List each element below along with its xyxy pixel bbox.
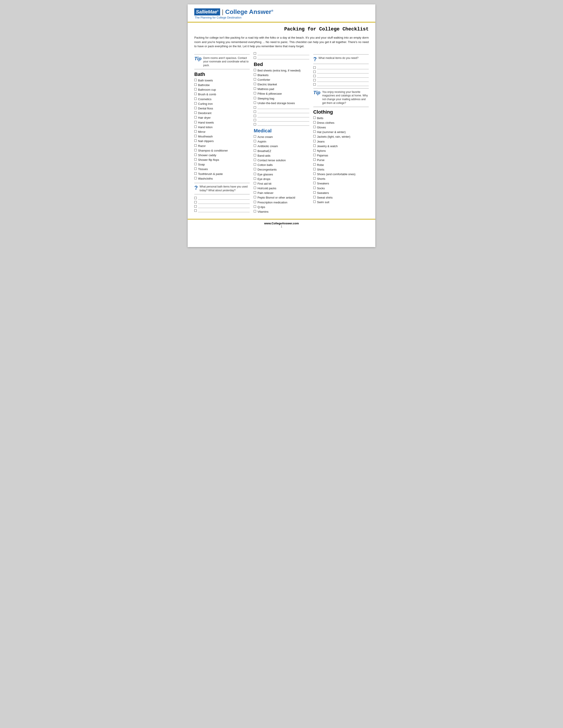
checkbox[interactable] (194, 158, 197, 161)
checkbox[interactable] (194, 197, 197, 199)
checkbox[interactable] (313, 66, 316, 69)
checkbox[interactable] (194, 167, 197, 170)
checkbox[interactable] (254, 140, 256, 142)
checkbox[interactable] (194, 144, 197, 147)
tip-box-1: Tip Dorm rooms aren't spacious. Contact … (194, 54, 250, 69)
checkbox[interactable] (194, 205, 197, 208)
checkbox[interactable] (313, 140, 316, 142)
checkbox[interactable] (313, 149, 316, 152)
blank-underline (257, 52, 309, 55)
checkbox[interactable] (194, 154, 197, 156)
checkbox[interactable] (313, 75, 316, 77)
checkbox[interactable] (313, 187, 316, 189)
checkbox[interactable] (194, 102, 197, 105)
list-item: Toothbrush & paste (194, 172, 250, 176)
checkbox[interactable] (254, 163, 256, 166)
checkbox[interactable] (313, 182, 316, 184)
checkbox[interactable] (313, 177, 316, 180)
checkbox[interactable] (254, 168, 256, 170)
checkbox[interactable] (194, 172, 197, 175)
checkbox[interactable] (313, 196, 316, 198)
checkbox[interactable] (254, 83, 256, 85)
checkbox[interactable] (254, 149, 256, 152)
checkbox[interactable] (254, 201, 256, 203)
checkbox[interactable] (254, 144, 256, 147)
checkbox[interactable] (194, 116, 197, 118)
checkbox[interactable] (313, 71, 316, 73)
checkbox[interactable] (254, 123, 256, 126)
blank-underline (257, 56, 309, 59)
blank-underline (317, 70, 369, 73)
checkbox[interactable] (194, 139, 197, 142)
list-item: Jeans (313, 140, 369, 144)
checkbox[interactable] (313, 158, 316, 161)
footer-page: 1 (194, 225, 369, 228)
checkbox[interactable] (254, 177, 256, 180)
checkbox[interactable] (254, 87, 256, 90)
checkbox[interactable] (313, 154, 316, 156)
checkbox[interactable] (254, 191, 256, 194)
checkbox[interactable] (194, 135, 197, 137)
checkbox[interactable] (194, 177, 197, 179)
checkbox[interactable] (313, 201, 316, 203)
checkbox[interactable] (313, 173, 316, 175)
checkbox[interactable] (254, 115, 256, 117)
checkbox[interactable] (254, 205, 256, 208)
list-item: Dress clothes (313, 121, 369, 125)
checkbox[interactable] (313, 144, 316, 147)
checkbox[interactable] (194, 149, 197, 151)
checkbox[interactable] (194, 111, 197, 114)
blank-line-bed-2 (254, 110, 309, 113)
checkbox[interactable] (313, 168, 316, 170)
checkbox[interactable] (194, 209, 197, 212)
checkbox[interactable] (254, 187, 256, 189)
checkbox[interactable] (254, 196, 256, 198)
checkbox[interactable] (194, 121, 197, 123)
checkbox[interactable] (254, 119, 256, 121)
list-item: Sweaters (313, 191, 369, 195)
checkbox[interactable] (313, 126, 316, 128)
checkbox[interactable] (254, 52, 256, 55)
checkbox[interactable] (254, 182, 256, 184)
blank-line-bed-4 (254, 118, 309, 122)
checkbox[interactable] (313, 130, 316, 133)
checkbox[interactable] (254, 92, 256, 94)
checkbox[interactable] (194, 201, 197, 203)
blank-line-3 (194, 205, 250, 208)
checkbox[interactable] (313, 116, 316, 119)
checkbox[interactable] (254, 97, 256, 99)
checkbox[interactable] (194, 107, 197, 109)
checkbox[interactable] (194, 93, 197, 95)
checkbox[interactable] (254, 159, 256, 161)
list-item: Hat (summer & winter) (313, 130, 369, 134)
checkbox[interactable] (194, 126, 197, 128)
blank-line-bed-3 (254, 114, 309, 117)
checkbox[interactable] (254, 111, 256, 113)
checkbox[interactable] (254, 73, 256, 76)
checkbox[interactable] (313, 121, 316, 124)
checkbox[interactable] (313, 191, 316, 194)
checkbox[interactable] (194, 79, 197, 81)
checkbox[interactable] (254, 106, 256, 109)
checkbox[interactable] (313, 163, 316, 166)
checkbox[interactable] (194, 130, 197, 133)
blank-line-med-3 (313, 75, 369, 78)
checkbox[interactable] (313, 135, 316, 137)
checkbox[interactable] (313, 79, 316, 81)
checkbox[interactable] (254, 154, 256, 156)
checkbox[interactable] (254, 78, 256, 81)
checkbox[interactable] (254, 173, 256, 175)
checkbox[interactable] (194, 83, 197, 86)
checkbox[interactable] (254, 56, 256, 59)
checkbox[interactable] (194, 163, 197, 165)
checkbox[interactable] (313, 83, 316, 86)
list-item: Nail clippers (194, 139, 250, 143)
checkbox[interactable] (194, 98, 197, 100)
checkbox[interactable] (254, 69, 256, 71)
checkbox[interactable] (254, 101, 256, 104)
checkbox[interactable] (254, 210, 256, 212)
checkbox[interactable] (254, 135, 256, 138)
checkbox[interactable] (194, 88, 197, 90)
salliemae-logo: SallieMae® (194, 8, 220, 15)
list-item: Cotton balls (254, 163, 309, 167)
